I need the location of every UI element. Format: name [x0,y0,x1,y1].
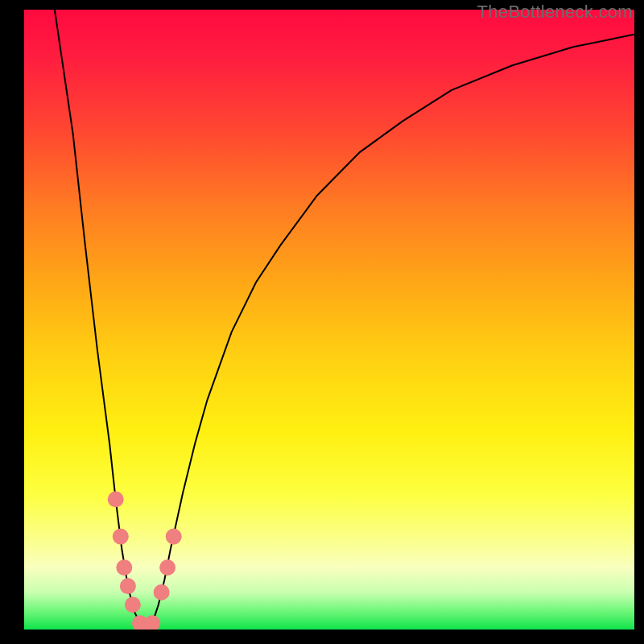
data-marker [144,615,160,630]
data-marker [108,491,124,507]
plot-area [24,10,634,630]
chart-frame: TheBottleneck.com [0,0,644,644]
data-marker [120,578,136,594]
data-marker [113,529,129,545]
curve-path [55,10,634,630]
data-marker [125,597,141,613]
data-marker [159,559,175,576]
data-marker [166,529,182,545]
data-marker [116,559,132,576]
watermark-text: TheBottleneck.com [477,2,633,23]
data-marker [154,584,170,601]
bottleneck-curve [24,10,634,630]
